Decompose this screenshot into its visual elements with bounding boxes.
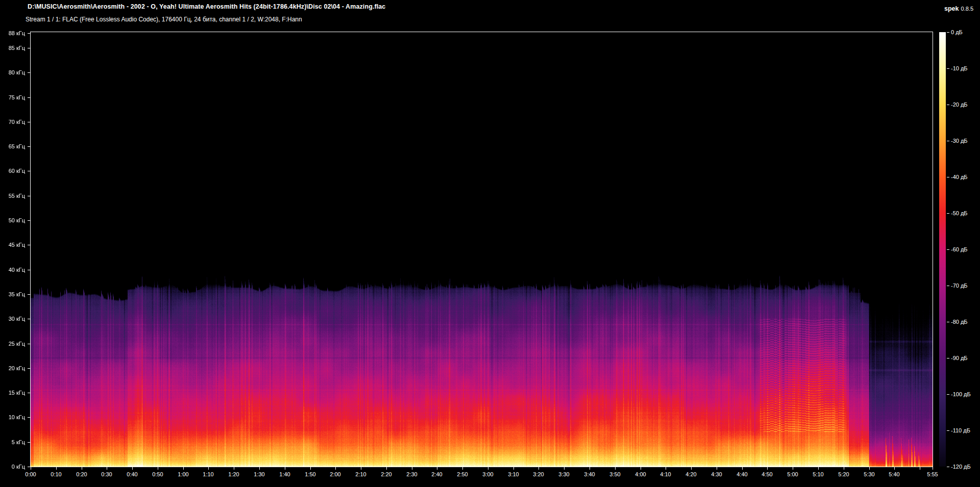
db-tick bbox=[947, 105, 949, 105]
time-tick bbox=[107, 467, 107, 470]
db-tick bbox=[947, 430, 949, 431]
db-tick bbox=[947, 286, 949, 286]
time-tick-label: 3:20 bbox=[527, 471, 550, 477]
time-tick bbox=[717, 467, 717, 470]
db-tick bbox=[947, 358, 949, 358]
time-tick-label: 2:10 bbox=[350, 471, 372, 477]
db-tick bbox=[947, 467, 949, 467]
time-tick-label: 4:00 bbox=[629, 471, 652, 477]
time-tick-label: 3:10 bbox=[502, 471, 525, 477]
time-tick bbox=[488, 467, 488, 470]
time-tick bbox=[158, 467, 158, 470]
time-tick bbox=[31, 467, 31, 470]
time-tick-label: 5:00 bbox=[781, 471, 804, 477]
db-tick bbox=[947, 249, 949, 250]
time-tick bbox=[412, 467, 412, 470]
db-tick-label: -40 дБ bbox=[951, 174, 968, 180]
freq-tick bbox=[28, 344, 30, 344]
freq-tick bbox=[28, 171, 30, 171]
db-tick-label: -10 дБ bbox=[951, 65, 968, 71]
freq-tick-label: 45 кГц bbox=[0, 242, 25, 248]
time-tick-label: 1:20 bbox=[223, 471, 245, 477]
time-tick-label: 0:10 bbox=[45, 471, 67, 477]
time-tick bbox=[462, 467, 463, 470]
time-tick bbox=[386, 467, 387, 470]
time-tick bbox=[590, 467, 590, 470]
freq-tick bbox=[28, 220, 30, 221]
freq-tick-label: 0 кГц bbox=[0, 464, 25, 470]
time-tick bbox=[538, 467, 539, 470]
freq-tick-label: 50 кГц bbox=[0, 217, 25, 223]
freq-tick bbox=[28, 319, 30, 319]
time-tick-label: 1:30 bbox=[248, 471, 271, 477]
db-tick-label: -90 дБ bbox=[951, 355, 968, 361]
db-tick-label: -70 дБ bbox=[951, 283, 968, 289]
freq-tick bbox=[28, 368, 30, 369]
time-tick-label: 3:50 bbox=[604, 471, 626, 477]
time-tick bbox=[742, 467, 743, 470]
time-tick-label: 2:30 bbox=[401, 471, 423, 477]
time-tick-label: 5:55 bbox=[921, 471, 944, 477]
time-tick-label: 4:40 bbox=[731, 471, 753, 477]
db-tick-label: -30 дБ bbox=[951, 138, 968, 144]
time-tick-label: 1:10 bbox=[197, 471, 219, 477]
time-tick-label: 1:50 bbox=[299, 471, 322, 477]
legend-gradient-bar bbox=[939, 32, 946, 467]
freq-tick-label: 70 кГц bbox=[0, 119, 25, 125]
freq-tick-label: 65 кГц bbox=[0, 143, 25, 149]
time-tick-label: 3:40 bbox=[578, 471, 601, 477]
time-tick bbox=[56, 467, 57, 470]
time-tick-label: 5:30 bbox=[858, 471, 880, 477]
time-tick-label: 5:40 bbox=[883, 471, 905, 477]
time-tick bbox=[513, 467, 514, 470]
time-tick bbox=[641, 467, 641, 470]
time-tick bbox=[933, 467, 933, 470]
freq-tick bbox=[28, 33, 30, 34]
freq-tick bbox=[28, 442, 30, 443]
freq-tick bbox=[28, 72, 30, 73]
db-tick bbox=[947, 177, 949, 177]
freq-tick-label: 30 кГц bbox=[0, 316, 25, 322]
freq-tick bbox=[28, 393, 30, 393]
freq-tick bbox=[28, 196, 30, 196]
freq-tick-label: 10 кГц bbox=[0, 414, 25, 420]
time-tick-label: 0:30 bbox=[95, 471, 118, 477]
freq-tick-label: 40 кГц bbox=[0, 267, 25, 273]
freq-tick-label: 5 кГц bbox=[0, 439, 25, 445]
time-tick bbox=[793, 467, 793, 470]
time-tick bbox=[259, 467, 260, 470]
db-tick-label: -100 дБ bbox=[951, 391, 971, 397]
db-tick-label: -60 дБ bbox=[951, 246, 968, 252]
freq-tick-label: 85 кГц bbox=[0, 45, 25, 51]
stream-info: Stream 1 / 1: FLAC (Free Lossless Audio … bbox=[26, 16, 302, 23]
time-tick bbox=[183, 467, 184, 470]
freq-tick-label: 15 кГц bbox=[0, 390, 25, 396]
freq-tick bbox=[28, 97, 30, 98]
freq-tick bbox=[28, 294, 30, 295]
freq-tick bbox=[28, 122, 30, 122]
time-tick-label: 2:00 bbox=[324, 471, 347, 477]
time-tick bbox=[361, 467, 361, 470]
freq-tick-label: 20 кГц bbox=[0, 365, 25, 371]
freq-tick-label: 75 кГц bbox=[0, 94, 25, 100]
time-tick-label: 4:30 bbox=[705, 471, 728, 477]
db-tick bbox=[947, 32, 949, 33]
db-tick bbox=[947, 394, 949, 395]
freq-tick-label: 88 кГц bbox=[0, 30, 25, 36]
freq-tick-label: 60 кГц bbox=[0, 168, 25, 174]
freq-tick bbox=[28, 467, 30, 467]
freq-tick-label: 80 кГц bbox=[0, 69, 25, 75]
time-tick bbox=[234, 467, 234, 470]
db-tick bbox=[947, 322, 949, 322]
app-version: 0.8.5 bbox=[961, 6, 973, 12]
db-tick bbox=[947, 68, 949, 69]
time-tick-label: 5:20 bbox=[832, 471, 855, 477]
db-tick-label: -80 дБ bbox=[951, 319, 968, 325]
db-tick bbox=[947, 141, 949, 141]
freq-tick bbox=[28, 146, 30, 147]
time-tick bbox=[767, 467, 768, 470]
time-tick-label: 4:10 bbox=[654, 471, 677, 477]
time-tick bbox=[208, 467, 209, 470]
freq-tick-label: 35 кГц bbox=[0, 291, 25, 297]
time-tick-label: 4:50 bbox=[756, 471, 778, 477]
